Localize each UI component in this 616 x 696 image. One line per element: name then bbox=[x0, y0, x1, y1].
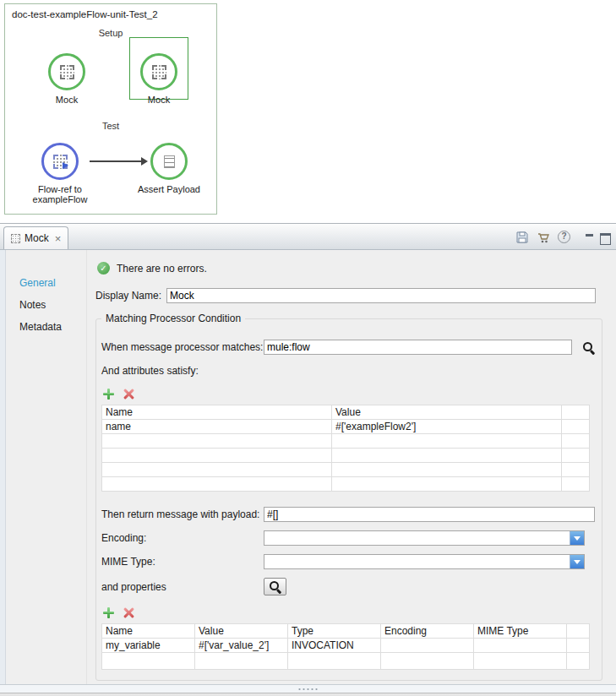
cell-prop-extra[interactable] bbox=[567, 639, 590, 653]
bottom-splitter[interactable] bbox=[0, 684, 616, 693]
cell-empty[interactable] bbox=[102, 434, 332, 449]
properties-header-value[interactable]: Value bbox=[195, 624, 288, 639]
munit-test-container[interactable]: doc-test-exampleFlow-unit-Test_2 Setup M… bbox=[4, 3, 217, 215]
properties-header-mime[interactable]: MIME Type bbox=[474, 624, 567, 639]
cell-empty[interactable] bbox=[332, 463, 562, 477]
table-row[interactable] bbox=[102, 463, 590, 477]
encoding-select[interactable] bbox=[264, 530, 585, 546]
cell-empty[interactable] bbox=[102, 449, 332, 463]
attributes-header-value[interactable]: Value bbox=[332, 405, 562, 420]
save-icon[interactable] bbox=[515, 231, 529, 244]
cell-attr-value[interactable]: #['exampleFlow2'] bbox=[332, 420, 562, 434]
cell-empty[interactable] bbox=[332, 449, 562, 463]
status-row: ✓ There are no errors. bbox=[97, 262, 602, 275]
attributes-table[interactable]: Name Value name #['exampleFlow2'] bbox=[101, 405, 590, 492]
cell-empty[interactable] bbox=[332, 434, 562, 449]
cell-prop-mime[interactable] bbox=[474, 639, 567, 653]
sidebar-item-metadata[interactable]: Metadata bbox=[6, 316, 86, 338]
minimize-icon[interactable] bbox=[585, 232, 596, 242]
payload-label: Then return message with payload: bbox=[101, 508, 264, 520]
delete-icon[interactable] bbox=[123, 389, 134, 400]
cell-empty[interactable] bbox=[288, 653, 381, 670]
cell-prop-encoding[interactable] bbox=[381, 639, 474, 653]
properties-search-button[interactable] bbox=[264, 578, 286, 595]
flow-ref-node[interactable]: Flow-ref to exampleFlow bbox=[18, 143, 102, 204]
search-icon[interactable] bbox=[582, 341, 595, 354]
window-bottom-strip bbox=[0, 693, 616, 696]
sidebar-item-notes[interactable]: Notes bbox=[6, 294, 86, 316]
cell-empty[interactable] bbox=[474, 653, 567, 670]
mock-node-1[interactable]: Mock bbox=[41, 53, 92, 105]
panel-body: General Notes Metadata ✓ There are no er… bbox=[0, 250, 616, 684]
table-row[interactable] bbox=[102, 653, 590, 670]
mock-icon bbox=[48, 53, 85, 90]
add-icon[interactable] bbox=[103, 389, 114, 400]
maximize-icon[interactable] bbox=[600, 232, 611, 242]
cart-icon[interactable] bbox=[537, 231, 550, 244]
check-icon: ✓ bbox=[97, 262, 110, 275]
cell-empty[interactable] bbox=[562, 477, 590, 492]
display-name-input[interactable] bbox=[166, 288, 596, 303]
properties-header-name[interactable]: Name bbox=[102, 624, 195, 639]
mock-icon bbox=[140, 53, 177, 90]
status-message: There are no errors. bbox=[117, 263, 207, 275]
cell-attr-extra[interactable] bbox=[562, 420, 590, 434]
cell-prop-type[interactable]: INVOCATION bbox=[288, 639, 381, 653]
cell-prop-value[interactable]: #['var_value_2'] bbox=[195, 639, 288, 653]
properties-header-type[interactable]: Type bbox=[288, 624, 381, 639]
mock-dashed-icon bbox=[152, 65, 166, 79]
splitter-grip-icon bbox=[297, 688, 319, 691]
table-row[interactable] bbox=[102, 477, 590, 492]
cell-empty[interactable] bbox=[562, 434, 590, 449]
mock-node-1-label: Mock bbox=[41, 95, 92, 105]
add-icon[interactable] bbox=[103, 607, 114, 618]
assert-payload-node[interactable]: Assert Payload bbox=[127, 143, 211, 194]
document-lines-icon bbox=[164, 155, 175, 168]
display-name-row: Display Name: bbox=[95, 288, 602, 303]
cell-empty[interactable] bbox=[562, 463, 590, 477]
cell-empty[interactable] bbox=[562, 449, 590, 463]
cell-empty[interactable] bbox=[195, 653, 288, 670]
assert-payload-icon bbox=[150, 143, 188, 180]
flow-canvas: doc-test-exampleFlow-unit-Test_2 Setup M… bbox=[0, 0, 616, 223]
mime-type-select[interactable] bbox=[264, 554, 585, 569]
sidebar-item-general[interactable]: General bbox=[6, 272, 86, 294]
properties-header-extra[interactable] bbox=[567, 624, 590, 639]
table-row[interactable] bbox=[102, 434, 590, 449]
sidebar: General Notes Metadata bbox=[6, 250, 87, 684]
payload-input[interactable] bbox=[264, 507, 595, 522]
when-matches-input[interactable] bbox=[264, 340, 572, 355]
cell-prop-name[interactable]: my_variable bbox=[102, 639, 195, 653]
cell-empty[interactable] bbox=[332, 477, 562, 492]
table-row[interactable]: name #['exampleFlow2'] bbox=[102, 420, 590, 434]
cell-empty[interactable] bbox=[567, 653, 590, 670]
mock-tab-icon bbox=[11, 234, 20, 243]
when-matches-row: When message processor matches: bbox=[101, 340, 595, 355]
cell-empty[interactable] bbox=[102, 653, 195, 670]
properties-header-encoding[interactable]: Encoding bbox=[381, 624, 474, 639]
assert-payload-label: Assert Payload bbox=[127, 184, 211, 194]
flow-ref-label-line2: exampleFlow bbox=[18, 194, 102, 204]
encoding-row: Encoding: bbox=[101, 530, 595, 546]
tab-bar: Mock × ? bbox=[0, 224, 616, 250]
attributes-toolbar bbox=[103, 389, 595, 400]
attributes-header-name[interactable]: Name bbox=[102, 405, 332, 420]
table-row[interactable]: my_variable #['var_value_2'] INVOCATION bbox=[102, 639, 590, 653]
chevron-down-icon[interactable] bbox=[570, 531, 584, 545]
table-row[interactable] bbox=[102, 449, 590, 463]
flow-ref-icon bbox=[41, 143, 79, 180]
chevron-down-icon[interactable] bbox=[570, 555, 584, 568]
help-icon[interactable]: ? bbox=[558, 231, 570, 243]
close-icon[interactable]: × bbox=[55, 233, 62, 244]
tab-mock[interactable]: Mock × bbox=[3, 226, 68, 249]
properties-table[interactable]: Name Value Type Encoding MIME Type my_va… bbox=[101, 623, 590, 670]
delete-icon[interactable] bbox=[123, 607, 134, 618]
cell-empty[interactable] bbox=[102, 477, 332, 492]
cell-empty[interactable] bbox=[381, 653, 474, 670]
mock-node-2[interactable]: Mock bbox=[134, 53, 184, 105]
attributes-header-extra[interactable] bbox=[562, 405, 590, 420]
play-icon bbox=[63, 162, 68, 169]
cell-empty[interactable] bbox=[102, 463, 332, 477]
cell-attr-name[interactable]: name bbox=[102, 420, 332, 434]
screen: doc-test-exampleFlow-unit-Test_2 Setup M… bbox=[0, 0, 616, 696]
